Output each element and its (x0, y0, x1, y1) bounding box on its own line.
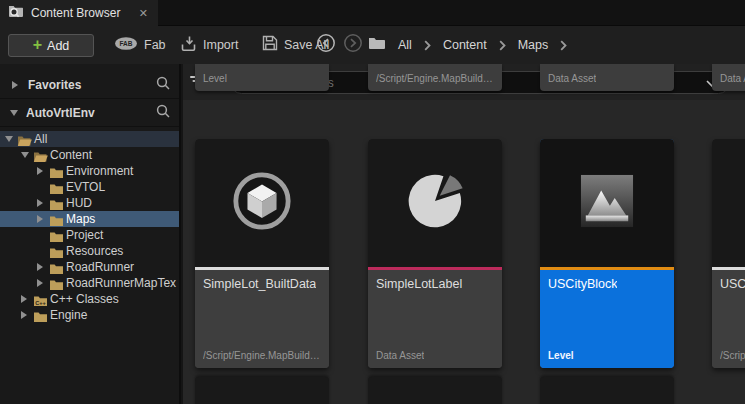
asset-thumbnail (540, 139, 674, 267)
save-icon (262, 35, 278, 55)
asset-tile-partial-top[interactable]: /Script/Engine.MapBuildData... (368, 64, 502, 91)
expand-arrow-icon[interactable] (37, 167, 43, 175)
tab-bar: Content Browser ✕ (0, 0, 745, 26)
folder-icon (49, 229, 64, 243)
level-mountains-icon (580, 174, 634, 232)
expand-arrow-icon[interactable] (37, 215, 43, 223)
add-button[interactable]: + Add (8, 34, 94, 57)
folder-icon (49, 165, 64, 179)
tab-content-browser[interactable]: Content Browser ✕ (0, 0, 158, 26)
fab-button[interactable]: FAB Fab (114, 26, 166, 64)
collapse-arrow-icon[interactable] (21, 152, 29, 158)
asset-grid-panel: Level /Script/Engine.MapBuildData... Dat… (183, 64, 745, 404)
asset-tile-simplelot-builtdata[interactable]: SimpleLot_BuiltData /Script/Engine.MapBu… (195, 139, 329, 368)
folder-icon (49, 213, 64, 227)
chevron-right-icon (424, 40, 431, 51)
asset-type: Level (548, 350, 574, 361)
tree-item-project[interactable]: Project (0, 227, 181, 243)
asset-thumbnail (195, 139, 329, 267)
asset-tile-partial-top[interactable]: Level (195, 64, 329, 91)
asset-tile-partial-top[interactable]: Data A (712, 64, 745, 91)
folder-icon (49, 277, 64, 291)
chevron-right-icon (499, 40, 506, 51)
asset-type: /Script (720, 350, 745, 361)
expand-arrow-icon[interactable] (37, 263, 43, 271)
asset-name: USCityBlock (548, 277, 617, 291)
asset-tile-partial-top[interactable]: Data Asset (540, 64, 674, 91)
expand-arrow-icon[interactable] (37, 199, 43, 207)
favorites-section-header[interactable]: Favorites (0, 72, 181, 99)
open-folder-icon (17, 133, 32, 147)
breadcrumb-segment-content[interactable]: Content (443, 38, 487, 52)
tree-item-roadrunner[interactable]: RoadRunner (0, 259, 181, 275)
asset-meta: USCit /Script (712, 270, 745, 368)
asset-type: /Script/Engine.MapBuildDataR... (203, 350, 323, 361)
autovrtlenv-section-header[interactable]: AutoVrtlEnv (0, 100, 181, 127)
asset-tile-partial-bottom[interactable] (195, 377, 329, 404)
asset-thumbnail (368, 139, 502, 267)
tab-title: Content Browser (31, 6, 130, 20)
sidebar: Favorites AutoVrtlEnv All Content (0, 64, 181, 404)
tree-item-content[interactable]: Content (0, 147, 181, 163)
plus-icon: + (33, 37, 42, 53)
import-button[interactable]: Import (180, 26, 238, 64)
tree-item-all[interactable]: All (0, 131, 181, 147)
build-data-cube-icon (231, 170, 293, 236)
back-circle-arrow-icon (316, 33, 336, 57)
asset-thumbnail (712, 139, 745, 267)
toolbar: + Add FAB Fab Import (0, 26, 745, 64)
content-browser-icon (8, 4, 24, 22)
asset-tile-simplelotlabel[interactable]: SimpleLotLabel Data Asset (368, 139, 502, 368)
asset-tile-uscityblock[interactable]: USCityBlock Level (540, 139, 674, 368)
asset-tile-partial-bottom[interactable] (540, 377, 674, 404)
svg-text:C++: C++ (35, 300, 46, 306)
svg-text:FAB: FAB (120, 40, 133, 47)
asset-tile-partial-right[interactable]: USCit /Script (712, 139, 745, 368)
tab-close-icon[interactable]: ✕ (137, 7, 150, 20)
asset-type: Data Asset (376, 350, 424, 361)
tree-item-cpp-classes[interactable]: C++ C++ Classes (0, 291, 181, 307)
expand-arrow-icon[interactable] (37, 279, 43, 287)
breadcrumb-segment-maps[interactable]: Maps (518, 38, 549, 52)
expand-arrow-icon[interactable] (12, 81, 18, 89)
folder-icon (49, 181, 64, 195)
search-icon[interactable] (156, 76, 171, 95)
collapse-arrow-icon[interactable] (5, 136, 13, 142)
history-forward-button[interactable] (343, 26, 363, 64)
folder-icon (368, 36, 386, 54)
expand-arrow-icon[interactable] (21, 295, 27, 303)
open-folder-icon (33, 149, 48, 163)
asset-tile-partial-bottom[interactable] (368, 377, 502, 404)
asset-meta: SimpleLot_BuiltData /Script/Engine.MapBu… (195, 270, 329, 368)
breadcrumb-segment-all[interactable]: All (398, 38, 412, 52)
fab-icon: FAB (114, 36, 138, 55)
asset-meta: SimpleLotLabel Data Asset (368, 270, 502, 368)
folder-icon (49, 245, 64, 259)
asset-name: SimpleLotLabel (376, 277, 462, 291)
asset-name: USCit (720, 277, 745, 291)
data-asset-pie-icon (405, 171, 465, 235)
chevron-right-icon (560, 40, 567, 51)
breadcrumb: All Content Maps (368, 26, 573, 64)
folder-icon (49, 197, 64, 211)
content-browser-window: Content Browser ✕ + Add FAB Fab (0, 0, 745, 404)
folder-icon (33, 309, 48, 323)
tree-item-engine[interactable]: Engine (0, 307, 181, 323)
tree-item-resources[interactable]: Resources (0, 243, 181, 259)
tree-item-roadrunnermaptex[interactable]: RoadRunnerMapTex (0, 275, 181, 291)
tree-item-environment[interactable]: Environment (0, 163, 181, 179)
history-back-button[interactable] (316, 26, 336, 64)
asset-name: SimpleLot_BuiltData (203, 277, 316, 291)
cpp-folder-icon: C++ (33, 293, 48, 307)
collapse-arrow-icon[interactable] (10, 110, 18, 116)
tree-item-hud[interactable]: HUD (0, 195, 181, 211)
forward-circle-arrow-icon (343, 33, 363, 57)
folder-icon (49, 261, 64, 275)
import-icon (180, 35, 197, 56)
expand-arrow-icon[interactable] (21, 311, 27, 319)
tree-item-maps[interactable]: Maps (0, 211, 181, 227)
asset-meta: USCityBlock Level (540, 270, 674, 368)
tree-item-evtol[interactable]: EVTOL (0, 179, 181, 195)
search-icon[interactable] (156, 104, 171, 123)
